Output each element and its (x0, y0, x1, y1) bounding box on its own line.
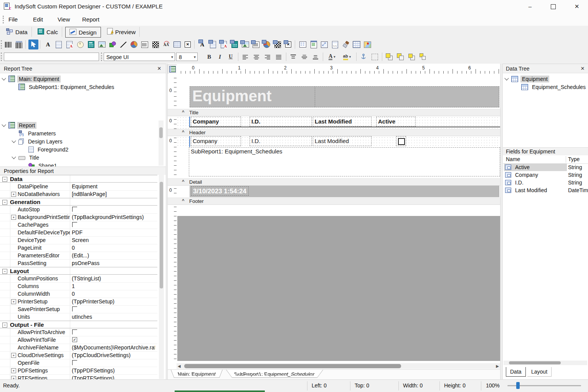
anchor-button[interactable] (358, 52, 368, 61)
scrollbar-thumb[interactable] (509, 361, 561, 364)
toolbar-grip[interactable] (1, 53, 3, 61)
page-tab-main-equipment[interactable]: Main: Equipment (171, 370, 223, 378)
barcode-2d-icon[interactable] (14, 40, 24, 49)
property-row-allowprinttoarchive[interactable]: AllowPrintToArchive (0, 328, 157, 336)
footer-datetime-field[interactable]: 3/10/2023 1:54:24 P (191, 186, 249, 196)
fields-col-name[interactable]: Name (506, 155, 520, 163)
region-tool-button[interactable] (298, 40, 308, 49)
expand-icon[interactable]: + (11, 192, 16, 197)
db-chart-tool-button[interactable] (262, 40, 272, 49)
barcode-frame-tool-button[interactable] (140, 40, 150, 49)
table-tool-button[interactable] (352, 40, 362, 49)
property-value[interactable]: (TStringList) (72, 275, 155, 282)
header-field-active[interactable]: Active (376, 117, 416, 127)
expand-icon[interactable]: + (11, 353, 16, 358)
report-settings-icon[interactable] (168, 64, 177, 74)
band-strip-footer[interactable]: ^Footer (168, 198, 500, 205)
property-row-allowprinttofile[interactable]: AllowPrintToFile✓ (0, 336, 157, 344)
maximize-button[interactable] (547, 2, 559, 11)
checkbox[interactable] (72, 329, 77, 334)
property-row-defaultfiledevicetype[interactable]: DefaultFileDeviceTypePDF (0, 229, 157, 237)
richview-tool-button[interactable] (330, 40, 340, 49)
menu-view[interactable]: View (55, 15, 72, 23)
bring-to-front-button[interactable] (384, 52, 394, 61)
checkbox[interactable] (72, 222, 77, 227)
collapse-icon[interactable]: − (2, 177, 7, 182)
property-value[interactable]: (TppPDFSettings) (72, 367, 155, 374)
property-row-datapipeline[interactable]: DataPipelineEquipment (0, 183, 157, 191)
data-tree-item-equipment-schedules[interactable]: Equipment_Schedules (505, 83, 587, 91)
db-text-tool-button[interactable]: A (197, 40, 207, 49)
property-row-columnwidth[interactable]: ColumnWidth0 (0, 290, 157, 298)
property-row-saveprintersetup[interactable]: SavePrinterSetup (0, 305, 157, 313)
property-value[interactable]: (TppBackgroundPrintSettings) (72, 213, 155, 221)
collapse-band-icon[interactable]: ^ (182, 198, 184, 203)
data-tree-item-equipment[interactable]: Equipment (505, 75, 549, 83)
collapse-icon[interactable]: − (2, 323, 7, 328)
property-value[interactable]: (Edit...) (72, 252, 155, 259)
header-field-last-modified[interactable]: Last Modified (313, 117, 372, 127)
grid-tool-button[interactable] (172, 40, 182, 49)
menu-grip[interactable] (3, 16, 5, 23)
db-image-tool-button[interactable] (240, 40, 250, 49)
header-field-company[interactable]: Company (191, 117, 241, 127)
properties-scrollbar[interactable] (159, 175, 164, 379)
title-shape[interactable]: Equipment (190, 86, 499, 107)
tab-calc[interactable]: Calc (34, 27, 62, 37)
report-tree-item-shape1[interactable]: Shape1 (2, 161, 58, 166)
chevron-down-icon[interactable] (2, 76, 6, 80)
property-value[interactable]: PDF (72, 229, 155, 236)
subreport-tool-button[interactable] (309, 40, 319, 49)
fields-horizontal-scrollbar[interactable] (504, 361, 587, 365)
zoom-slider-thumb[interactable] (516, 382, 520, 389)
report-tree-item-title[interactable]: Title (2, 153, 41, 161)
property-row-pagelimit[interactable]: PageLimit0 (0, 244, 157, 252)
menu-report[interactable]: Report (80, 15, 102, 23)
property-row-pdfsettings[interactable]: +PDFSettings(TppPDFSettings) (0, 367, 157, 375)
db-barcode-2d-tool-button[interactable] (273, 40, 282, 49)
property-row-cachepages[interactable]: CachePages (0, 221, 157, 229)
right-splitter[interactable] (500, 64, 503, 379)
chevron-down-icon[interactable]: ▾ (194, 53, 196, 61)
checkbox[interactable]: ✓ (72, 337, 77, 342)
report-tree-item-design-layers[interactable]: Design Layers (2, 137, 64, 145)
db-memo-tool-button[interactable] (208, 40, 218, 49)
property-value[interactable]: Screen (72, 236, 155, 244)
menu-file[interactable]: File (6, 15, 20, 23)
checkbox[interactable] (72, 306, 77, 311)
band-strip-header[interactable]: ^Header (168, 129, 500, 136)
property-row-passsetting[interactable]: PassSettingpsOnePass (0, 259, 157, 267)
header-underline-shape[interactable] (189, 127, 500, 127)
field-row-company[interactable]: CompanyString (503, 171, 588, 179)
property-value[interactable]: (TppRTFSettings) (72, 374, 155, 380)
align-left-button[interactable] (240, 52, 250, 61)
italic-button[interactable]: I (215, 52, 225, 61)
property-value[interactable]: 0 (72, 244, 155, 252)
property-value[interactable]: (TppPrinterSetup) (72, 298, 155, 305)
collapse-band-icon[interactable]: ^ (182, 110, 184, 114)
db-calc-tool-button[interactable] (230, 40, 239, 49)
report-tree-scrollbar[interactable] (159, 120, 164, 166)
property-row-columns[interactable]: Columns1 (0, 282, 157, 290)
chart-tool-button[interactable] (129, 40, 139, 49)
data-tree-close-icon[interactable]: ✕ (579, 64, 586, 73)
bold-button[interactable]: B (204, 52, 214, 61)
field-row-last-modified[interactable]: Last ModifiedDateTim (503, 186, 588, 194)
barcode-2d-tool-button[interactable] (150, 40, 160, 49)
font-name-select[interactable]: Segoe UI▾ (104, 53, 175, 61)
highlight-color-button[interactable]: ab▾ (340, 52, 354, 61)
property-row-nodatabehaviors[interactable]: +NoDataBehaviors[ndBlankPage] (0, 190, 157, 198)
report-tree-item-main-equipment[interactable]: Main: Equipment (2, 75, 61, 83)
property-value[interactable]: [ndBlankPage] (72, 190, 155, 198)
panel-tab-data[interactable]: Data (506, 367, 526, 377)
checkbox-tool-button[interactable]: ✕ (183, 40, 193, 49)
line-tool-button[interactable] (118, 40, 128, 49)
align-center-button[interactable] (251, 52, 261, 61)
property-value[interactable]: psOnePass (72, 259, 155, 267)
tab-design[interactable]: Design (65, 27, 101, 38)
panel-tab-layout[interactable]: Layout (527, 367, 552, 377)
collapse-icon[interactable]: − (2, 200, 7, 205)
chevron-down-icon[interactable] (12, 138, 16, 143)
property-group-data[interactable]: −Data (0, 175, 157, 183)
collapse-band-icon[interactable]: ^ (182, 130, 184, 134)
